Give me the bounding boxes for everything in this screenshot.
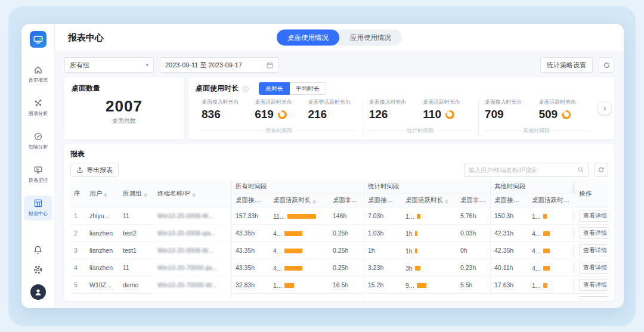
date-range-picker[interactable]: 2023-09-11 至 2023-09-17 xyxy=(160,57,279,73)
view-details-button[interactable]: 查看详情 xyxy=(579,262,608,274)
column-header[interactable]: 桌面活跃时长 xyxy=(528,194,575,207)
value-cell: 1.03h xyxy=(364,225,402,242)
group-cell: demo xyxy=(119,277,154,294)
graph-icon xyxy=(33,98,43,108)
table-header-row: 序用户所属组终端名称/IP所有时间段统计时间段其他时间段操作 xyxy=(70,180,608,194)
value-cell: 32.83h xyxy=(231,277,270,294)
table-row: 3lianzhentest1Win10-20-0008-W...43.35h4.… xyxy=(70,242,608,259)
value-bar xyxy=(543,283,547,288)
sidebar-item-label: 图谱分析 xyxy=(28,110,47,117)
export-report-button[interactable]: 导出报表 xyxy=(70,163,119,177)
terminal-cell: Win10-20-70000-W... xyxy=(154,277,231,294)
metric-group: 桌面接入时长/h836桌面活跃时长/h619桌面非活跃时长/h216所有时间段 xyxy=(196,98,363,136)
table-refresh-button[interactable] xyxy=(594,163,608,177)
value-cell: 5.5h xyxy=(457,277,490,294)
metric-label: 桌面活跃时长/h xyxy=(538,98,588,106)
value-cell: 150.3h xyxy=(490,207,528,225)
column-header[interactable]: 桌面接入时长 xyxy=(364,194,402,207)
info-icon xyxy=(242,85,249,92)
calendar-icon xyxy=(266,61,274,69)
sidebar-item-2[interactable]: 图谱分析 xyxy=(24,95,52,120)
toggle-average-duration[interactable]: 平均时长 xyxy=(290,82,326,95)
tab-app-usage[interactable]: 应用使用情况 xyxy=(339,30,402,46)
chevron-down-icon: ▾ xyxy=(145,62,148,68)
terminal-cell: Win10-20-0008-qia... xyxy=(154,225,231,242)
column-header[interactable]: 桌面活跃时长 xyxy=(270,194,329,207)
group-cell: 11 xyxy=(119,207,154,225)
header-tabs: 桌面使用情况应用使用情况 xyxy=(277,30,402,46)
filter-toolbar: 所有组 ▾ 2023-09-11 至 2023-09-17 统计策略设置 xyxy=(64,57,614,73)
view-details-button[interactable]: 查看详情 xyxy=(579,296,608,297)
sidebar-item-1[interactable]: 首页概览 xyxy=(24,62,52,87)
donut-chart-icon xyxy=(562,110,571,119)
column-header[interactable]: 终端名称/IP xyxy=(154,180,231,207)
metric: 桌面接入时长/h709 xyxy=(485,98,534,121)
refresh-button[interactable] xyxy=(599,57,614,73)
value-cell: 4... xyxy=(528,259,575,277)
column-header[interactable]: 桌面非活跃时长 xyxy=(329,194,364,207)
count-card-title: 桌面数量 xyxy=(72,83,177,94)
settings-gear-icon[interactable] xyxy=(33,265,43,275)
table-body: 1zhiyu ..11Win10-20-0008-W...157.33h11..… xyxy=(70,207,608,297)
sidebar-item-label: 设备监控 xyxy=(28,177,47,184)
column-header[interactable]: 桌面非活跃时长 xyxy=(457,194,490,207)
value-cell: 1h xyxy=(402,225,457,242)
view-details-button[interactable]: 查看详情 xyxy=(579,279,608,291)
sort-icon xyxy=(144,193,147,197)
value-bar xyxy=(543,249,550,253)
value-bar xyxy=(287,214,316,219)
search-icon[interactable] xyxy=(577,166,584,173)
table-row: 4lianzhen11Win10-20-70000-jia...43.35h4.… xyxy=(70,259,608,277)
toggle-total-duration[interactable]: 总时长 xyxy=(259,82,290,95)
sort-icon xyxy=(571,200,575,204)
metric-label: 桌面非活跃时长/h xyxy=(308,98,356,106)
view-details-button[interactable]: 查看详情 xyxy=(579,210,608,222)
desktop-count-card: 桌面数量 2007 桌面总数 xyxy=(64,77,184,139)
terminal-cell: Win10-20-0008-W... xyxy=(154,207,231,225)
column-header[interactable]: 所属组 xyxy=(119,180,154,207)
value-cell: 1... xyxy=(270,277,329,294)
view-details-button[interactable]: 查看详情 xyxy=(579,244,608,256)
metric-label: 桌面活跃时长/h xyxy=(255,98,303,106)
monitor-icon xyxy=(33,165,43,175)
notifications-bell-icon[interactable] xyxy=(33,245,43,255)
tab-desktop-usage[interactable]: 桌面使用情况 xyxy=(277,30,339,46)
value-cell: 146h xyxy=(329,207,364,225)
column-header[interactable]: 桌面接入时长 xyxy=(231,194,270,207)
value-cell: 16.5h xyxy=(329,277,364,294)
value-cell: 15.2h xyxy=(364,277,402,294)
terminal-cell: Win10-20-0008-W... xyxy=(154,242,231,259)
app-logo[interactable] xyxy=(30,31,47,48)
table-row: 6W10Z...11Win10-20-0008-W...32.83h1...16… xyxy=(70,294,608,297)
column-header[interactable]: 用户 xyxy=(86,180,119,207)
value-cell: 40.11h xyxy=(490,259,528,277)
home-icon xyxy=(33,65,43,75)
report-title: 报表 xyxy=(70,149,608,159)
column-header[interactable]: 桌面接入时长 xyxy=(490,194,528,207)
sidebar-item-5[interactable]: 报表中心 xyxy=(24,196,52,221)
group-select[interactable]: 所有组 ▾ xyxy=(64,57,154,73)
sidebar-item-3[interactable]: 智能分析 xyxy=(24,129,52,154)
export-report-label: 导出报表 xyxy=(86,166,113,175)
value-cell: 1... xyxy=(528,294,575,297)
report-actions: 导出报表 xyxy=(70,163,608,177)
search-input[interactable] xyxy=(469,167,574,173)
column-header[interactable]: 序 xyxy=(70,180,86,207)
column-header[interactable]: 桌面活跃时长 xyxy=(402,194,457,207)
strategy-settings-button[interactable]: 统计策略设置 xyxy=(540,57,593,73)
user-cell: lianzhen xyxy=(86,259,119,277)
metrics-scroll-right-button[interactable] xyxy=(598,102,611,115)
usage-card-header: 桌面使用时长 总时长平均时长 xyxy=(196,82,607,95)
sidebar-item-4[interactable]: 设备监控 xyxy=(24,162,52,187)
metric: 桌面活跃时长/h110 xyxy=(423,98,472,121)
table-head: 序用户所属组终端名称/IP所有时间段统计时间段其他时间段操作桌面接入时长桌面活跃… xyxy=(70,180,608,207)
view-details-button[interactable]: 查看详情 xyxy=(579,227,608,239)
group-header: 所有时间段 xyxy=(231,180,364,194)
terminal-cell: Win10-20-0008-W... xyxy=(154,294,231,297)
main-area: 报表中心 桌面使用情况应用使用情况 所有组 ▾ 2023-09-11 至 202… xyxy=(55,24,624,308)
metric: 桌面活跃时长/h619 xyxy=(255,98,303,121)
value-bar xyxy=(417,283,426,288)
user-avatar[interactable] xyxy=(30,284,46,300)
metric: 桌面非活跃时长/h216 xyxy=(308,98,356,121)
metric-value: 836 xyxy=(202,108,221,121)
